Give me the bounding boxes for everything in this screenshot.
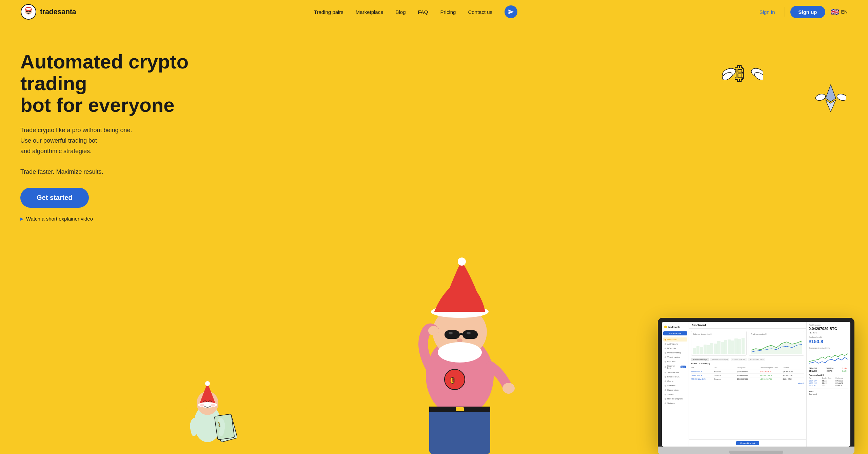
sidebar-subscription[interactable]: Subscription [663, 388, 687, 392]
create-bot-button[interactable]: + Create bot [663, 331, 687, 335]
hero-subtitle: Trade crypto like a pro without being on… [20, 125, 183, 177]
binance-usdt-tab[interactable]: Access HUOBI [731, 358, 747, 361]
svg-point-45 [200, 404, 204, 407]
table-row: FTX-3X Max 1.2% Binance $0.03982936 +$0.… [691, 377, 804, 381]
sidebar-dashboard[interactable]: Dashboard [663, 337, 687, 342]
nav-trading-pairs[interactable]: Trading pairs [314, 9, 343, 15]
laptop-screen: t tradesanta + Create bot Dashboard Acti… [658, 318, 854, 447]
svg-text:✦: ✦ [184, 405, 188, 411]
sidebar-settings[interactable]: Settings [663, 401, 687, 405]
svg-point-46 [211, 404, 215, 407]
table-header: Bot Pair Take profit Unrealized profit /… [691, 366, 804, 370]
svg-point-28 [457, 338, 462, 343]
svg-text:₿: ₿ [735, 64, 744, 83]
watch-video-link[interactable]: ▶ Watch a short explainer video [20, 216, 231, 222]
sidebar-dca-bots[interactable]: DCA bots [663, 346, 687, 350]
sidebar-charts[interactable]: Charts [663, 379, 687, 383]
mini-chart [809, 350, 848, 365]
svg-text:✦: ✦ [226, 410, 229, 414]
svg-rect-23 [445, 330, 460, 339]
sidebar-scanner[interactable]: Scanner bots New [663, 364, 687, 370]
nav-contact-us[interactable]: Contact us [468, 9, 492, 15]
svg-text:₿: ₿ [451, 376, 454, 385]
svg-point-30 [428, 326, 439, 335]
binance-btc-tab[interactable]: Access Binance(1) [710, 358, 729, 361]
svg-rect-4 [26, 11, 28, 12]
sidebar-manual[interactable]: Manual trading [663, 351, 687, 355]
sidebar-virtual[interactable]: Virtual trading [663, 355, 687, 359]
profit-dynamics-chart: Profit dynamics ⓘ [749, 331, 804, 356]
laptop-base [658, 447, 854, 454]
dashboard-main: Dashboard Balance dynamics ⓘ [689, 322, 806, 447]
top-pair-row: USDT ETH 95 / 21 BINANCE [809, 380, 848, 382]
svg-point-12 [815, 93, 826, 101]
svg-rect-5 [29, 11, 31, 12]
hero-title: Automated crypto trading bot for everyon… [20, 51, 231, 116]
eth-decoration [815, 83, 846, 115]
sidebar-tutorial[interactable]: Tutorial [663, 392, 687, 396]
svg-point-3 [25, 8, 32, 10]
sidebar-statistics[interactable]: Statistics [663, 384, 687, 388]
hero-content: Automated crypto trading bot for everyon… [20, 44, 231, 222]
svg-rect-24 [462, 330, 478, 339]
sidebar-grid[interactable]: Grid bots [663, 359, 687, 364]
top-pair-row: USDT BTC 22 / 7 BITMEX [809, 385, 848, 387]
sidebar-active-pairs[interactable]: Active pairs [663, 342, 687, 346]
news-section: News Stay tuned! [809, 389, 848, 395]
svg-point-44 [205, 381, 210, 386]
nav-marketplace[interactable]: Marketplace [356, 9, 383, 15]
svg-rect-32 [429, 407, 490, 454]
logo-icon [20, 4, 37, 20]
elf-character: ₿ ✦ ✦ [174, 369, 241, 454]
telegram-icon [508, 9, 514, 15]
hero-section: Automated crypto trading bot for everyon… [0, 24, 868, 454]
btc-decoration: ₿ [722, 54, 763, 93]
svg-point-17 [445, 369, 465, 390]
dashboard-topbar: Dashboard [689, 322, 806, 329]
header: tradesanta Trading pairs Marketplace Blo… [0, 0, 868, 24]
nav-pricing[interactable]: Pricing [440, 9, 456, 15]
play-icon: ▶ [20, 216, 23, 221]
svg-point-22 [458, 257, 466, 266]
svg-point-27 [467, 332, 471, 334]
svg-rect-34 [456, 407, 464, 411]
signin-button[interactable]: Sign in [755, 7, 779, 17]
all-exchanges-tab[interactable]: Active Balance(3) [691, 358, 709, 361]
laptop: t tradesanta + Create bot Dashboard Acti… [658, 318, 854, 454]
svg-point-15 [836, 93, 846, 101]
svg-point-31 [502, 383, 515, 394]
language-selector[interactable]: 🇬🇧 EN [831, 8, 848, 16]
create-grid-bot-button[interactable]: Create Grid bot [736, 441, 759, 445]
dashboard-right-panel: Total balance 0.04267029 BTC ($143) Real… [806, 322, 850, 447]
sidebar-smart-orders[interactable]: Smart orders [663, 370, 687, 374]
dashboard-logo: t tradesanta [663, 325, 687, 329]
signup-button[interactable]: Sign up [790, 6, 825, 18]
nav-faq[interactable]: FAQ [418, 9, 428, 15]
header-right: Sign in Sign up 🇬🇧 EN [755, 6, 848, 18]
access-huobi2-tab[interactable]: Access HUOBI-2 [748, 358, 766, 361]
table-row: Binance DCA ... Binance $0.04289376 -$0.… [691, 370, 804, 374]
svg-marker-13 [826, 85, 836, 102]
santa-character: ₿ [395, 244, 524, 454]
svg-rect-6 [28, 11, 29, 12]
view-all-link[interactable]: View all [691, 382, 804, 384]
header-divider [785, 7, 785, 17]
svg-point-26 [449, 332, 453, 334]
dashboard-charts: Balance dynamics ⓘ [689, 329, 806, 358]
dashboard-table: Active DCA bots (3) Bot Pair Take profit… [689, 363, 806, 439]
table-row: Binance DCA ... Binance $0.04895356 +$0.… [691, 374, 804, 377]
exchange-tabs: Active Balance(3) Access Binance(1) Acce… [689, 358, 806, 363]
exchange-rates: BTC/USD 24603.34 1.14%↓ ETH/USD 2327.5 1… [809, 367, 848, 372]
logo[interactable]: tradesanta [20, 4, 76, 20]
dashboard: t tradesanta + Create bot Dashboard Acti… [662, 322, 850, 447]
dashboard-sidebar: t tradesanta + Create bot Dashboard Acti… [662, 322, 689, 447]
nav-blog[interactable]: Blog [396, 9, 406, 15]
sidebar-binance-dca[interactable]: Binance DCA [663, 375, 687, 379]
telegram-button[interactable] [505, 5, 517, 18]
get-started-button[interactable]: Get started [20, 188, 89, 208]
sidebar-referral[interactable]: Referral program [663, 397, 687, 401]
svg-point-29 [438, 342, 482, 363]
flag-icon: 🇬🇧 [831, 8, 839, 16]
balance-dynamics-chart: Balance dynamics ⓘ [691, 331, 747, 356]
svg-rect-25 [460, 333, 462, 335]
